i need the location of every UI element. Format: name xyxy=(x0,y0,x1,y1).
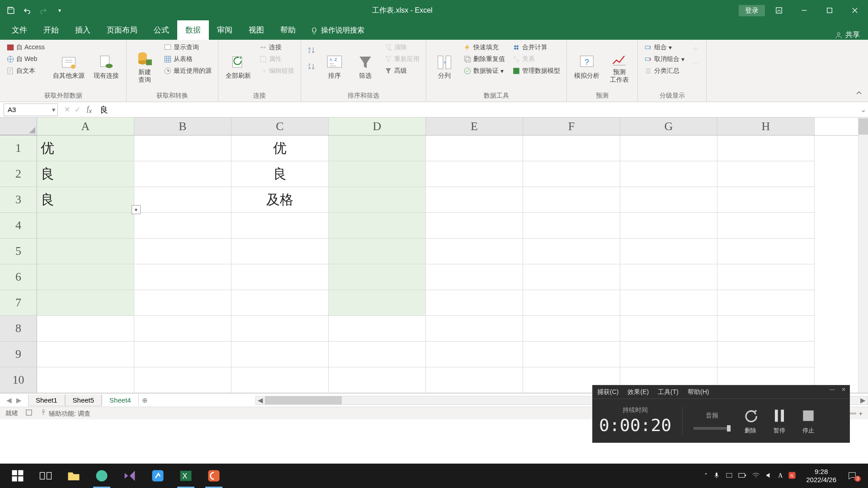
cell-E1[interactable] xyxy=(426,136,523,161)
qat-customize-icon[interactable]: ▾ xyxy=(53,4,66,17)
from-text-button[interactable]: 自文本 xyxy=(5,66,47,76)
cell-H5[interactable] xyxy=(717,239,815,264)
share-button[interactable]: 共享 xyxy=(835,30,868,40)
cell-F7[interactable] xyxy=(523,290,620,316)
recorder-pause-button[interactable]: 暂停 xyxy=(770,407,788,435)
row-header-4[interactable]: 4 xyxy=(0,213,37,239)
hscroll-left-icon[interactable]: ◀ xyxy=(256,396,265,404)
cell-C1[interactable]: 优 xyxy=(231,136,329,161)
cell-B1[interactable] xyxy=(134,136,231,161)
cell-F3[interactable] xyxy=(523,187,620,213)
row-header-3[interactable]: 3 xyxy=(0,187,37,213)
col-header-f[interactable]: F xyxy=(523,117,620,135)
tray-ime-icon[interactable]: A xyxy=(778,472,783,479)
from-other-button[interactable]: 自其他来源 xyxy=(50,42,87,91)
name-box[interactable]: A3 ▾ xyxy=(4,103,58,116)
cell-F2[interactable] xyxy=(523,161,620,187)
row-header-1[interactable]: 1 xyxy=(0,136,37,161)
cell-A1[interactable]: 优 xyxy=(37,136,134,161)
recorder-audio-knob[interactable] xyxy=(727,425,731,432)
from-web-button[interactable]: 自 Web xyxy=(5,54,47,64)
start-button[interactable] xyxy=(4,464,32,488)
cell-A10[interactable] xyxy=(37,367,134,393)
cell-H7[interactable] xyxy=(717,290,815,316)
recorder-audio-slider[interactable] xyxy=(693,427,731,430)
visual-studio-button[interactable] xyxy=(116,464,144,488)
cell-B9[interactable] xyxy=(134,342,231,367)
relations-button[interactable]: 关系 xyxy=(510,54,562,64)
cell-H1[interactable] xyxy=(717,136,815,161)
cell-A3[interactable]: 良 xyxy=(37,187,134,213)
recorder-close-icon[interactable]: ✕ xyxy=(840,386,848,393)
recorder-menu-effect[interactable]: 效果(E) xyxy=(627,388,649,396)
cell-E10[interactable] xyxy=(426,367,523,393)
text-to-columns-button[interactable]: 分列 xyxy=(431,42,458,91)
cell-H3[interactable] xyxy=(717,187,815,213)
cell-D3[interactable] xyxy=(329,187,426,213)
recent-sources-button[interactable]: 最近使用的源 xyxy=(162,66,213,76)
cell-E2[interactable] xyxy=(426,161,523,187)
close-button[interactable] xyxy=(844,1,866,19)
screen-recorder-overlay[interactable]: — ✕ 捕获(C) 效果(E) 工具(T) 帮助(H) 持续时间 0:00:20… xyxy=(592,385,850,443)
col-header-g[interactable]: G xyxy=(620,117,717,135)
tab-home[interactable]: 开始 xyxy=(35,20,67,40)
cell-D2[interactable] xyxy=(329,161,426,187)
cell-C9[interactable] xyxy=(231,342,329,367)
col-header-e[interactable]: E xyxy=(426,117,523,135)
cell-D9[interactable] xyxy=(329,342,426,367)
cell-G5[interactable] xyxy=(620,239,717,264)
sheet-nav-next-icon[interactable]: ▶ xyxy=(14,396,24,404)
tell-me-search[interactable]: 操作说明搜索 xyxy=(304,21,371,40)
cell-B4[interactable] xyxy=(134,213,231,239)
cell-D7[interactable] xyxy=(329,290,426,316)
cell-E3[interactable] xyxy=(426,187,523,213)
recorder-menu-help[interactable]: 帮助(H) xyxy=(688,388,709,396)
cell-B6[interactable] xyxy=(134,264,231,290)
cell-G3[interactable] xyxy=(620,187,717,213)
tab-layout[interactable]: 页面布局 xyxy=(99,20,146,40)
sheet-nav-prev-icon[interactable]: ◀ xyxy=(5,396,14,404)
row-header-7[interactable]: 7 xyxy=(0,290,37,316)
data-validation-button[interactable]: 数据验证 ▾ xyxy=(462,66,507,76)
cell-G2[interactable] xyxy=(620,161,717,187)
existing-conn-button[interactable]: 现有连接 xyxy=(91,42,122,91)
row-header-8[interactable]: 8 xyxy=(0,316,37,342)
refresh-all-button[interactable]: 全部刷新 xyxy=(223,42,254,91)
cell-F5[interactable] xyxy=(523,239,620,264)
recorder-delete-button[interactable]: 删除 xyxy=(741,407,760,435)
cell-H9[interactable] xyxy=(717,342,815,367)
cell-B7[interactable] xyxy=(134,290,231,316)
cell-A4[interactable] xyxy=(37,213,134,239)
sort-asc-button[interactable]: AZ xyxy=(306,45,317,55)
cell-G7[interactable] xyxy=(620,290,717,316)
redo-button[interactable] xyxy=(37,4,50,17)
tray-input-icon[interactable]: S xyxy=(788,471,796,481)
tab-help[interactable]: 帮助 xyxy=(272,20,304,40)
cell-D8[interactable] xyxy=(329,316,426,342)
recorder-stop-button[interactable]: 停止 xyxy=(799,407,817,435)
col-header-h[interactable]: H xyxy=(717,117,815,135)
accessibility-status[interactable]: 辅助功能: 调查 xyxy=(40,408,90,418)
cell-D1[interactable] xyxy=(329,136,426,161)
macro-record-icon[interactable] xyxy=(25,409,33,418)
cell-A6[interactable] xyxy=(37,264,134,290)
row-header-5[interactable]: 5 xyxy=(0,239,37,264)
cell-F1[interactable] xyxy=(523,136,620,161)
forecast-sheet-button[interactable]: 预测 工作表 xyxy=(606,42,633,91)
file-explorer-button[interactable] xyxy=(60,464,88,488)
cell-C5[interactable] xyxy=(231,239,329,264)
recorder-menu-tool[interactable]: 工具(T) xyxy=(658,388,679,396)
cell-H2[interactable] xyxy=(717,161,815,187)
add-sheet-button[interactable]: ⊕ xyxy=(139,396,151,404)
sheet-tab-1[interactable]: Sheet1 xyxy=(28,394,65,406)
properties-button[interactable]: 属性 xyxy=(257,54,296,64)
vertical-scroll-thumb[interactable] xyxy=(859,118,868,135)
cell-C8[interactable] xyxy=(231,316,329,342)
sort-desc-button[interactable]: ZA xyxy=(306,61,317,71)
cell-A5[interactable] xyxy=(37,239,134,264)
tab-review[interactable]: 审阅 xyxy=(209,20,241,40)
collapse-ribbon-icon[interactable] xyxy=(855,89,863,98)
cell-C6[interactable] xyxy=(231,264,329,290)
app-blue-button[interactable] xyxy=(144,464,172,488)
cell-E6[interactable] xyxy=(426,264,523,290)
